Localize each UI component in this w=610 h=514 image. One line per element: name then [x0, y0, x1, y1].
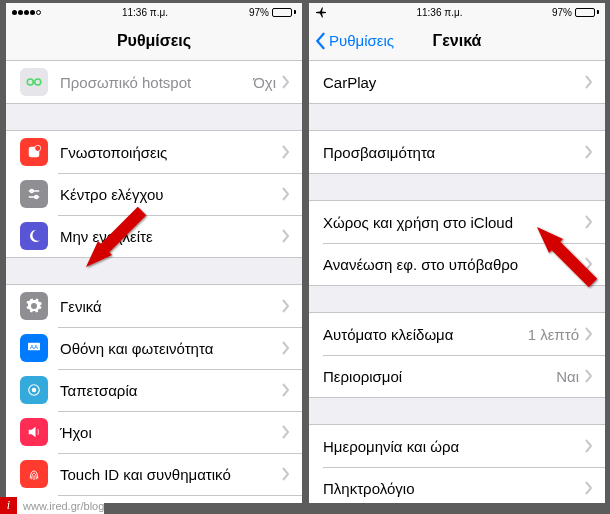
- svg-point-0: [27, 79, 33, 85]
- source-watermark: i www.ired.gr/blog: [0, 497, 104, 514]
- row-background-refresh[interactable]: Ανανέωση εφ. στο υπόβαθρο: [309, 243, 605, 285]
- row-label: Πληκτρολόγιο: [323, 480, 585, 497]
- chevron-right-icon: [585, 481, 593, 495]
- row-restrictions[interactable]: Περιορισμοί Ναι: [309, 355, 605, 397]
- svg-point-3: [35, 145, 41, 151]
- row-keyboard[interactable]: Πληκτρολόγιο: [309, 467, 605, 503]
- hotspot-icon: [20, 68, 48, 96]
- status-bar: 11:36 π.μ. 97%: [309, 3, 605, 21]
- row-label: Ταπετσαρία: [60, 382, 282, 399]
- row-icloud-storage[interactable]: Χώρος και χρήση στο iCloud: [309, 201, 605, 243]
- chevron-right-icon: [282, 229, 290, 243]
- watermark-badge: i: [0, 497, 17, 514]
- battery-icon: [272, 8, 296, 17]
- moon-icon: [20, 222, 48, 250]
- row-label: Αυτόματο κλείδωμα: [323, 326, 528, 343]
- signal-dots: [12, 10, 41, 15]
- row-label: Γενικά: [60, 298, 282, 315]
- row-accessibility[interactable]: Προσβασιμότητα: [309, 131, 605, 173]
- chevron-right-icon: [585, 145, 593, 159]
- row-label: Προσβασιμότητα: [323, 144, 585, 161]
- chevron-right-icon: [282, 145, 290, 159]
- row-label: Χώρος και χρήση στο iCloud: [323, 214, 585, 231]
- chevron-right-icon: [282, 75, 290, 89]
- chevron-right-icon: [585, 75, 593, 89]
- chevron-right-icon: [282, 425, 290, 439]
- wallpaper-icon: [20, 376, 48, 404]
- row-label: Περιορισμοί: [323, 368, 556, 385]
- display-icon: AA: [20, 334, 48, 362]
- page-title: Ρυθμίσεις: [117, 32, 191, 50]
- row-label: Προσωπικό hotspot: [60, 74, 253, 91]
- row-label: Ήχοι: [60, 424, 282, 441]
- sounds-icon: [20, 418, 48, 446]
- row-value: Όχι: [253, 74, 276, 91]
- screenshot-settings-root: 11:36 π.μ. 97% Ρυθμίσεις Προσωπικό hotsp…: [6, 3, 302, 503]
- fingerprint-icon: [20, 460, 48, 488]
- chevron-right-icon: [282, 299, 290, 313]
- row-label: Touch ID και συνθηματικό: [60, 466, 282, 483]
- page-title: Γενικά: [433, 32, 482, 50]
- row-label: Ανανέωση εφ. στο υπόβαθρο: [323, 256, 585, 273]
- svg-point-11: [32, 388, 37, 393]
- nav-header: Ρυθμίσεις: [6, 21, 302, 61]
- status-time: 11:36 π.μ.: [122, 7, 168, 18]
- row-touchid[interactable]: Touch ID και συνθηματικό: [6, 453, 302, 495]
- airplane-icon: [315, 6, 327, 18]
- row-control-center[interactable]: Κέντρο ελέγχου: [6, 173, 302, 215]
- battery-pct: 97%: [552, 7, 572, 18]
- chevron-right-icon: [585, 369, 593, 383]
- chevron-right-icon: [585, 215, 593, 229]
- row-value: Ναι: [556, 368, 579, 385]
- row-display-brightness[interactable]: AA Οθόνη και φωτεινότητα: [6, 327, 302, 369]
- row-value: 1 λεπτό: [528, 326, 579, 343]
- row-label: Γνωστοποιήσεις: [60, 144, 282, 161]
- row-date-time[interactable]: Ημερομηνία και ώρα: [309, 425, 605, 467]
- status-time: 11:36 π.μ.: [416, 7, 462, 18]
- control-center-icon: [20, 180, 48, 208]
- chevron-right-icon: [585, 257, 593, 271]
- row-label: CarPlay: [323, 74, 585, 91]
- chevron-right-icon: [282, 467, 290, 481]
- screenshot-general: 11:36 π.μ. 97% Ρυθμίσεις Γενικά CarPlay: [309, 3, 605, 503]
- row-notifications[interactable]: Γνωστοποιήσεις: [6, 131, 302, 173]
- row-sounds[interactable]: Ήχοι: [6, 411, 302, 453]
- status-bar: 11:36 π.μ. 97%: [6, 3, 302, 21]
- row-label: Κέντρο ελέγχου: [60, 186, 282, 203]
- chevron-right-icon: [282, 341, 290, 355]
- chevron-right-icon: [585, 439, 593, 453]
- row-carplay[interactable]: CarPlay: [309, 61, 605, 103]
- back-label: Ρυθμίσεις: [329, 32, 394, 49]
- row-personal-hotspot[interactable]: Προσωπικό hotspot Όχι: [6, 61, 302, 103]
- chevron-right-icon: [282, 187, 290, 201]
- svg-text:AA: AA: [30, 344, 38, 350]
- gear-icon: [20, 292, 48, 320]
- row-auto-lock[interactable]: Αυτόματο κλείδωμα 1 λεπτό: [309, 313, 605, 355]
- row-wallpaper[interactable]: Ταπετσαρία: [6, 369, 302, 411]
- battery-pct: 97%: [249, 7, 269, 18]
- chevron-right-icon: [282, 383, 290, 397]
- back-button[interactable]: Ρυθμίσεις: [313, 21, 394, 60]
- nav-header: Ρυθμίσεις Γενικά: [309, 21, 605, 61]
- row-label: Μην ενοχλείτε: [60, 228, 282, 245]
- row-label: Ημερομηνία και ώρα: [323, 438, 585, 455]
- battery-icon: [575, 8, 599, 17]
- row-label: Οθόνη και φωτεινότητα: [60, 340, 282, 357]
- row-general[interactable]: Γενικά: [6, 285, 302, 327]
- chevron-right-icon: [585, 327, 593, 341]
- row-do-not-disturb[interactable]: Μην ενοχλείτε: [6, 215, 302, 257]
- svg-point-1: [35, 79, 41, 85]
- watermark-text: www.ired.gr/blog: [23, 500, 104, 512]
- notifications-icon: [20, 138, 48, 166]
